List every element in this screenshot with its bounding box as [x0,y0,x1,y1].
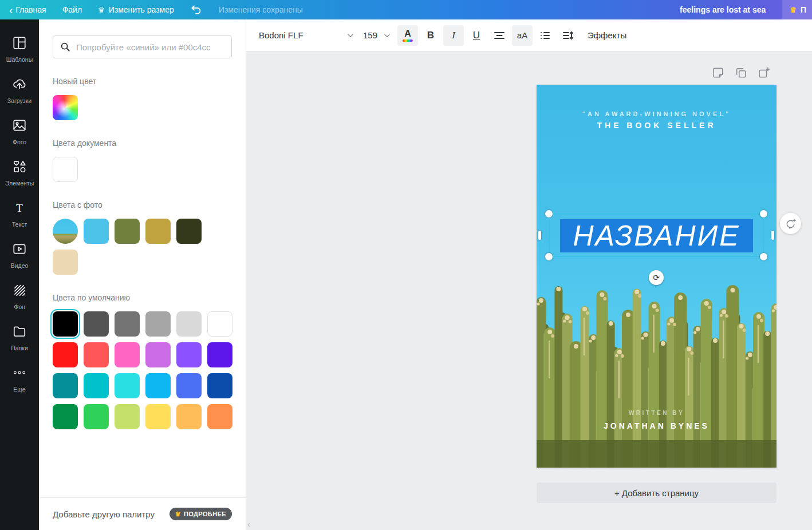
sidebar-rail: ШаблоныЗагрузкиФотоЭлементыTТекстВидеоФо… [0,19,39,530]
photo-color-swatch[interactable] [145,219,171,244]
default-color-swatch[interactable] [176,311,202,337]
color-search-input[interactable] [76,42,224,52]
background-icon [12,283,27,300]
align-button[interactable] [489,25,510,46]
font-family-select[interactable]: Bodoni FLF [259,30,352,40]
new-color-swatch[interactable] [53,95,78,120]
photo-color-swatch[interactable] [84,219,109,244]
text-color-icon: A [404,29,411,38]
resize-handle-bottomright[interactable] [760,253,767,260]
sidebar-item-folders[interactable]: Папки [0,319,39,356]
bold-button[interactable]: B [420,25,441,46]
default-color-swatch[interactable] [207,311,232,337]
default-color-swatch[interactable] [53,342,78,367]
poster-author[interactable]: JONATHAN BYNES [537,421,776,430]
default-color-swatch[interactable] [145,373,171,398]
sidebar-item-uploads[interactable]: Загрузки [0,72,39,109]
add-comment-button[interactable] [780,213,801,234]
font-family-value: Bodoni FLF [259,30,303,40]
default-color-swatch[interactable] [115,342,140,367]
photo-colors-label: Цвета с фото [53,200,232,209]
resize-handle-right[interactable] [771,231,774,240]
italic-button[interactable]: I [443,25,464,46]
palette-footer: Добавьте другую палитру ♛ ПОДРОБНЕЕ [39,497,246,530]
default-color-swatch[interactable] [115,373,140,398]
sidebar-item-templates[interactable]: Шаблоны [0,31,39,68]
text-toolbar: Bodoni FLF 159 A B I U [246,19,812,52]
rotate-handle[interactable]: ⟳ [649,270,664,285]
default-color-swatch[interactable] [84,373,109,398]
default-color-swatch[interactable] [145,311,171,337]
default-color-swatch[interactable] [176,342,202,367]
default-color-swatch[interactable] [207,404,232,429]
photo-color-swatch[interactable] [53,250,78,275]
default-color-swatch[interactable] [115,404,140,429]
notes-button[interactable] [712,66,724,81]
elements-icon [12,159,27,176]
sidebar-item-text[interactable]: TТекст [0,196,39,232]
default-color-swatch[interactable] [115,311,140,337]
file-label: Файл [62,5,82,14]
file-menu-button[interactable]: Файл [62,5,82,14]
cacti-photo [537,284,776,468]
sidebar-item-photos[interactable]: Фото [0,113,39,150]
upgrade-button[interactable]: ♛ П [782,0,812,19]
sidebar-item-video[interactable]: Видео [0,237,39,274]
document-color-swatch[interactable] [53,157,78,182]
default-color-swatch[interactable] [176,373,202,398]
resize-handle-topright[interactable] [760,210,767,217]
add-page-button[interactable]: + Добавить страницу [537,482,776,503]
default-color-swatch[interactable] [207,373,232,398]
default-color-swatch[interactable] [53,404,78,429]
home-button[interactable]: ‹ Главная [9,5,46,15]
default-color-swatch[interactable] [53,311,78,337]
collapse-panel-arrow[interactable]: ‹ [247,519,250,529]
text-icon: T [12,200,27,217]
resize-button[interactable]: ♛ Изменить размер [98,5,174,14]
default-color-swatch[interactable] [84,342,109,367]
back-chevron-icon: ‹ [9,5,13,15]
sidebar-item-elements[interactable]: Элементы [0,155,39,191]
default-color-swatch[interactable] [207,342,232,367]
photo-color-swatch[interactable] [176,219,202,244]
selection-box[interactable] [549,213,764,257]
sidebar-item-background[interactable]: Фон [0,278,39,315]
poster-byline[interactable]: WRITTEN BY [537,410,776,416]
default-color-swatch[interactable] [145,342,171,367]
topbar: ‹ Главная Файл ♛ Изменить размер Изменен… [0,0,812,19]
color-search [53,35,232,58]
default-color-swatch[interactable] [84,404,109,429]
add-page-icon [758,66,770,79]
design-page[interactable]: "AN AWARD-WINNING NOVEL" THE BOOK SELLER… [537,85,776,468]
resize-handle-left[interactable] [538,231,541,240]
text-color-button[interactable]: A [397,25,418,46]
photo-color-swatch[interactable] [115,219,140,244]
rainbow-bar [403,39,413,42]
sidebar-item-label: Фото [13,139,26,145]
poster-quote[interactable]: "AN AWARD-WINNING NOVEL" [537,110,776,117]
default-color-swatch[interactable] [84,311,109,337]
more-icon [12,365,27,382]
effects-button[interactable]: Эффекты [588,30,626,40]
sidebar-item-more[interactable]: Еще [0,361,39,397]
default-color-swatch[interactable] [176,404,202,429]
font-size-select[interactable]: 159 [363,30,395,40]
poster-subtitle[interactable]: THE BOOK SELLER [537,121,776,130]
resize-handle-topleft[interactable] [545,210,553,217]
italic-icon: I [452,30,455,41]
resize-handle-bottomleft[interactable] [545,253,553,260]
document-title[interactable]: feelings are lost at sea [680,5,766,14]
underline-button[interactable]: U [466,25,487,46]
list-button[interactable] [535,25,555,46]
chevron-down-icon [384,31,390,37]
add-page-icon-button[interactable] [758,66,770,81]
pro-details-badge[interactable]: ♛ ПОДРОБНЕЕ [170,508,232,520]
uppercase-button[interactable]: aA [512,25,533,46]
undo-button[interactable] [190,3,203,16]
crown-icon: ♛ [98,6,105,14]
default-color-swatch[interactable] [53,373,78,398]
default-color-swatch[interactable] [145,404,171,429]
duplicate-page-button[interactable] [735,66,747,81]
photo-color-thumbnail[interactable] [53,219,78,244]
spacing-button[interactable] [558,25,578,46]
